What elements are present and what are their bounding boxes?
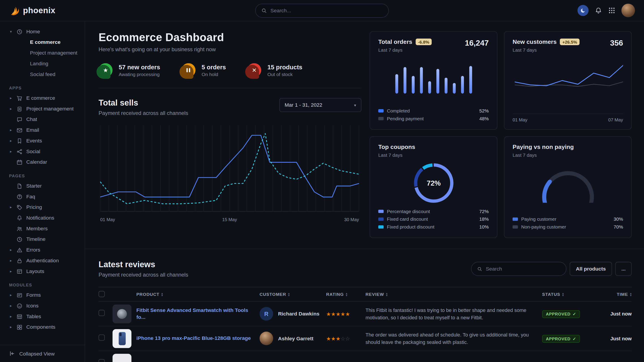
product-link[interactable]: Fitbit Sense Advanced Smartwatch with To… <box>136 307 260 321</box>
reviews-search-input[interactable] <box>486 266 560 272</box>
review-time: Just now <box>595 336 632 342</box>
svg-text:01 May: 01 May <box>100 217 115 222</box>
sidebar-section-apps: APPS <box>0 86 84 90</box>
sidebar-subitem-landing[interactable]: Landing <box>0 58 84 69</box>
user-avatar[interactable] <box>622 4 635 17</box>
navbar-actions <box>578 4 635 17</box>
product-image[interactable] <box>112 304 131 323</box>
sidebar-subitem-project-management[interactable]: Project management <box>0 48 84 58</box>
notifications-button[interactable] <box>595 7 602 14</box>
screen: phoenix ▾HomeE commerceProject managemen… <box>0 0 644 362</box>
file-icon <box>16 183 22 189</box>
coupons-donut-wrap: 72% <box>378 161 489 205</box>
clipboard-icon <box>16 106 22 112</box>
column-header-rating[interactable]: RATING▴▾ <box>326 292 366 297</box>
orders-bar-chart <box>390 56 476 96</box>
paying-period: Last 7 days <box>513 153 574 158</box>
reviews-search[interactable] <box>471 262 566 276</box>
customers-line-chart-wrap <box>513 56 623 99</box>
global-search[interactable] <box>255 4 389 18</box>
sidebar-item-forms[interactable]: ▸Forms <box>0 290 84 301</box>
caret-icon: ▸ <box>9 269 13 273</box>
star-icon: ★ <box>331 336 336 342</box>
caret-icon: ▸ <box>9 128 13 132</box>
sidebar-item-icons[interactable]: ▸Icons <box>0 301 84 311</box>
sidebar-item-authentication[interactable]: ▸Authentication <box>0 255 84 266</box>
row-checkbox[interactable] <box>99 359 105 362</box>
sidebar-item-layouts[interactable]: ▸Layouts <box>0 266 84 277</box>
review-row: Fitbit Sense Advanced Smartwatch with To… <box>99 302 632 326</box>
page-subtitle: Here's what's going on at your business … <box>99 46 362 52</box>
apps-grid-icon <box>608 7 615 14</box>
sidebar-item-home[interactable]: ▾Home <box>0 26 84 37</box>
reviews-controls: All products ... <box>471 262 632 276</box>
stat-value: 57 new orders <box>118 64 160 71</box>
sidebar-item-pricing[interactable]: ▸Pricing <box>0 202 84 213</box>
column-header-review[interactable]: REVIEW▴▾ <box>366 292 542 297</box>
caret-icon: ▸ <box>9 205 13 209</box>
legend-swatch <box>378 217 384 221</box>
sidebar-item-project-management[interactable]: ▸Project management <box>0 103 84 114</box>
main-content: Ecommerce Dashboard Here's what's going … <box>85 21 644 362</box>
reviews-table: PRODUCT▴▾CUSTOMER▴▾RATING▴▾REVIEW▴▾STATU… <box>99 287 632 362</box>
x-icon: ✕ <box>247 63 261 77</box>
brand[interactable]: phoenix <box>9 5 55 16</box>
total-sells-subtitle: Payment received across all channels <box>99 110 188 116</box>
check-icon: ✓ <box>572 336 576 341</box>
svg-text:30 May: 30 May <box>344 217 359 222</box>
sidebar-item-faq[interactable]: Faq <box>0 191 84 202</box>
legend-swatch <box>378 210 384 213</box>
latest-reviews-subtitle: Payment received across all channels <box>99 272 188 278</box>
sort-icon: ▴▾ <box>288 292 290 296</box>
legend-pending-payment: Pending payment48% <box>378 114 489 122</box>
sidebar-item-tables[interactable]: ▸Tables <box>0 311 84 322</box>
legend-completed: Completed52% <box>378 107 489 114</box>
legend-paying-customer: Paying customer30% <box>513 215 623 223</box>
sidebar-item-timeline[interactable]: Timeline <box>0 234 84 245</box>
new-customers-card: New customers +26.5% Last 7 days 356 01 … <box>504 31 632 130</box>
date-range-select[interactable]: Mar 1 - 31, 2022 ▾ <box>279 98 362 112</box>
more-options-button[interactable]: ... <box>615 262 632 276</box>
sidebar-item-errors[interactable]: ▸Errors <box>0 245 84 255</box>
sidebar-item-components[interactable]: ▸Components <box>0 322 84 333</box>
product-image[interactable] <box>112 329 131 348</box>
row-checkbox[interactable] <box>99 310 105 316</box>
collapsed-view-button[interactable]: Collapsed View <box>0 345 84 362</box>
sidebar-item-social[interactable]: ▸Social <box>0 146 84 157</box>
layout-icon <box>16 268 22 274</box>
sidebar-subitem-e-commerce[interactable]: E commerce <box>0 37 84 48</box>
stat-caption: On hold <box>202 72 226 77</box>
sidebar-item-members[interactable]: Members <box>0 223 84 234</box>
top-coupons-title: Top coupons <box>378 144 415 150</box>
sort-icon: ▴▾ <box>162 292 163 296</box>
product-image[interactable] <box>112 354 131 362</box>
bell-icon <box>16 215 22 221</box>
sidebar-item-e-commerce[interactable]: ▸E commerce <box>0 93 84 103</box>
product-link[interactable]: iPhone 13 pro max-Pacific Blue-128GB sto… <box>136 335 260 342</box>
customer-cell: RRichard Dawkins <box>260 307 326 321</box>
theme-toggle-button[interactable] <box>578 5 589 16</box>
all-products-button[interactable]: All products <box>570 262 612 276</box>
sidebar-item-starter[interactable]: Starter <box>0 181 84 191</box>
sidebar-item-chat[interactable]: Chat <box>0 114 84 125</box>
column-header-status[interactable]: STATUS▴▾ <box>542 292 595 297</box>
coupons-donut-chart: 72% <box>411 161 456 205</box>
question-icon <box>16 193 22 200</box>
sidebar-item-calendar[interactable]: Calendar <box>0 157 84 167</box>
sidebar-item-events[interactable]: ▸Events <box>0 135 84 146</box>
alert-icon <box>16 247 22 253</box>
sidebar-item-notifications[interactable]: Notifications <box>0 213 84 223</box>
new-customers-value: 356 <box>610 39 623 48</box>
stat-value: 15 products <box>268 64 302 71</box>
column-header-customer[interactable]: CUSTOMER▴▾ <box>260 292 326 297</box>
select-all-checkbox[interactable] <box>99 291 105 297</box>
search-input[interactable] <box>270 8 383 14</box>
bookmark-icon <box>16 138 22 144</box>
apps-grid-button[interactable] <box>608 7 615 14</box>
column-header-time[interactable]: TIME▴▾ <box>595 292 632 297</box>
row-checkbox[interactable] <box>99 335 105 341</box>
paying-gauge-chart <box>533 161 603 203</box>
sidebar-subitem-social-feed[interactable]: Social feed <box>0 69 84 80</box>
sidebar-item-email[interactable]: ▸Email <box>0 125 84 135</box>
column-header-product[interactable]: PRODUCT▴▾ <box>136 292 260 297</box>
